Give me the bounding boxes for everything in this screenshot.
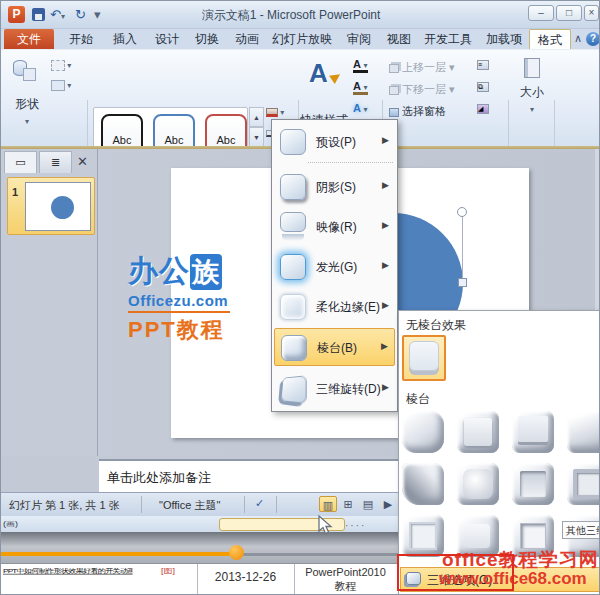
glow-icon (280, 254, 306, 280)
submenu-arrow-icon: ▶ (382, 220, 389, 230)
bevel-thumb-art-deco[interactable] (402, 515, 444, 557)
normal-view-icon[interactable]: ▥ (319, 496, 337, 512)
tab-view[interactable]: 视图 (379, 29, 419, 49)
gallery-up-icon[interactable]: ▲ (249, 107, 264, 127)
send-backward-button[interactable]: 下移一层 ▾ (389, 82, 455, 97)
strip-dots: ···· (345, 520, 366, 531)
close-button[interactable]: × (584, 5, 599, 21)
slideshow-icon[interactable]: ▶ (379, 496, 397, 512)
shapes-gallery-icon2 (23, 68, 36, 81)
officezu-watermark: 办公族 Officezu.com PPT教程 (128, 251, 230, 345)
tab-insert[interactable]: 插入 (105, 29, 145, 49)
menu-item-glow[interactable]: 发光(G) ▶ (274, 248, 395, 286)
no-bevel-option-selected[interactable] (402, 335, 446, 381)
side-handle[interactable] (458, 278, 467, 287)
redo-icon[interactable]: ↻ (75, 6, 86, 23)
tab-home[interactable]: 开始 (59, 29, 103, 49)
red-highlight-box (397, 554, 514, 591)
text-effects-button[interactable]: A ▾ (353, 102, 368, 114)
close-pane-icon[interactable]: ✕ (77, 154, 88, 169)
size-icon (524, 58, 540, 78)
text-fill-button[interactable]: A ▾ (353, 58, 368, 73)
selection-pane-button[interactable]: 选择窗格 (389, 104, 446, 119)
restore-button[interactable]: □ (556, 5, 582, 21)
fill-bucket-icon (266, 108, 278, 117)
bevel-thumb-relaxed-inset[interactable] (457, 411, 499, 453)
menu-item-soft-edges[interactable]: 柔化边缘(E) ▶ (274, 288, 395, 326)
tab-addins[interactable]: 加载项 (479, 29, 529, 49)
qat-customize-icon[interactable]: ▾ (94, 6, 101, 23)
bring-forward-icon (389, 64, 399, 73)
edit-shape-button[interactable]: ▾ (51, 60, 71, 71)
bring-forward-button[interactable]: 上移一层 ▾ (389, 60, 455, 75)
menu-item-shadow[interactable]: 阴影(S) ▶ (274, 168, 395, 206)
footer-tag: [图] (161, 567, 175, 577)
help-icon[interactable]: ? (586, 32, 600, 46)
no-bevel-thumb (409, 341, 439, 371)
bevel-thumb-convex[interactable] (457, 463, 499, 505)
title-bar: P ↶▾ ↻ ▾ 演示文稿1 - Microsoft PowerPoint – … (1, 1, 600, 29)
bevel-icon (281, 335, 307, 361)
footer-category[interactable]: PowerPoint2010教程 (294, 565, 397, 593)
collapse-ribbon-icon[interactable]: ∧ (574, 32, 582, 45)
watermark-rule (128, 311, 230, 313)
submenu-arrow-icon: ▶ (382, 260, 389, 270)
tab-slideshow[interactable]: 幻灯片放映 (267, 29, 337, 49)
tab-file[interactable]: 文件 (4, 29, 54, 49)
undo-icon[interactable]: ↶▾ (50, 6, 65, 23)
submenu-arrow-icon: ▶ (382, 135, 389, 145)
gallery-down-icon[interactable]: ▼ (249, 127, 264, 147)
size-label: 大小 (511, 84, 553, 101)
progress-handle[interactable] (229, 545, 244, 560)
rotate-button[interactable]: ◢ (477, 104, 489, 114)
menu-item-3d-rotation[interactable]: 三维旋转(D) ▶ (274, 370, 395, 408)
bevel-thumb-slope[interactable] (567, 411, 600, 453)
menu-item-preset[interactable]: 预设(P) ▶ (274, 123, 395, 161)
size-button[interactable]: 大小 ▾ (511, 58, 553, 115)
slide-thumb-selected[interactable]: 1 (7, 177, 95, 235)
footer-link[interactable]: PPT中如何制作形状效果好看的开关动画 (3, 567, 133, 576)
slide-sorter-icon[interactable]: ⊞ (339, 496, 357, 512)
send-backward-icon (389, 86, 399, 95)
reading-view-icon[interactable]: ▤ (359, 496, 377, 512)
slides-panel: ▭ ≣ ✕ 1 (1, 149, 98, 456)
brush-icon (329, 70, 343, 84)
no-bevel-header: 无棱台效果 (406, 317, 466, 334)
bevel-thumb-riblet[interactable] (512, 463, 554, 505)
bevel-thumb-circle[interactable] (402, 411, 444, 453)
tab-animations[interactable]: 动画 (227, 29, 267, 49)
tab-developer[interactable]: 开发工具 (419, 29, 477, 49)
tab-review[interactable]: 审阅 (339, 29, 379, 49)
shadow-icon (280, 174, 306, 200)
chevron-down-icon: ▾ (25, 117, 29, 126)
slides-tab[interactable]: ▭ (4, 151, 37, 173)
bevel-thumb-hard-edge[interactable] (567, 463, 600, 505)
watermark-brand: 办公族 (128, 251, 230, 292)
bevel-thumb-cross[interactable] (512, 411, 554, 453)
tab-design[interactable]: 设计 (147, 29, 187, 49)
tab-transitions[interactable]: 切换 (187, 29, 227, 49)
powerpoint-window: P ↶▾ ↻ ▾ 演示文稿1 - Microsoft PowerPoint – … (0, 0, 600, 595)
tab-format[interactable]: 格式 (529, 29, 571, 49)
theme-name[interactable]: "Office 主题" (159, 498, 220, 513)
outline-tab[interactable]: ≣ (39, 151, 72, 173)
align-button[interactable]: ≡ (477, 60, 489, 70)
shapes-label: 形状 (15, 97, 39, 111)
watermark-tagline: PPT教程 (128, 315, 230, 345)
menu-item-bevel[interactable]: 棱台(B) ▶ (274, 328, 395, 366)
mouse-cursor-icon (318, 515, 334, 541)
shapes-button[interactable]: 形状 ▾ (5, 96, 49, 127)
spellcheck-icon[interactable]: ✓ (255, 497, 264, 510)
menu-item-reflection[interactable]: 映像(R) ▶ (274, 208, 395, 246)
text-outline-button[interactable]: A ▾ (353, 80, 368, 95)
group-button[interactable]: ⧉ (477, 82, 489, 92)
watermark-site: Officezu.com (128, 292, 230, 309)
save-icon[interactable] (32, 8, 45, 21)
corner-handle[interactable] (457, 207, 467, 217)
bevel-thumb-angle[interactable] (402, 463, 444, 505)
minimize-button[interactable]: – (528, 5, 554, 21)
text-box-button[interactable]: ▾ (51, 80, 71, 91)
quick-styles-icon: A (309, 58, 328, 89)
selection-pane-icon (389, 108, 399, 117)
shape-effects-menu: 预设(P) ▶ 阴影(S) ▶ 映像(R) ▶ 发光(G) ▶ 柔化边缘(E) … (271, 119, 398, 412)
